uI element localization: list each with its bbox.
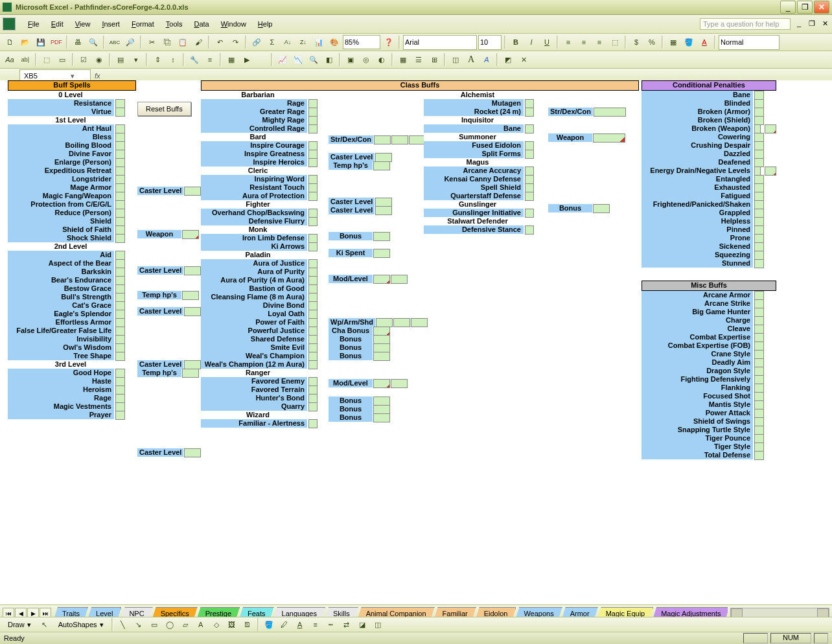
misc-checkbox[interactable]: [754, 409, 764, 418]
misc-checkbox[interactable]: [754, 350, 764, 359]
class-buff-checkbox[interactable]: [308, 419, 318, 428]
buff-checkbox[interactable]: [115, 167, 125, 176]
class-input[interactable]: [373, 249, 390, 258]
maximize-button[interactable]: ❐: [797, 1, 813, 14]
class-buff-checkbox[interactable]: [308, 343, 318, 352]
new-icon[interactable]: 🗋: [3, 35, 17, 49]
class-buff-checkbox[interactable]: [308, 192, 318, 201]
wordart2-icon[interactable]: A: [194, 617, 208, 632]
font-select[interactable]: [403, 35, 477, 50]
misc-checkbox[interactable]: [754, 384, 764, 393]
class-buff-checkbox[interactable]: [308, 209, 318, 218]
class-buff-checkbox[interactable]: [525, 167, 534, 176]
class-buff-checkbox[interactable]: [308, 385, 318, 395]
picture-icon[interactable]: 🖻: [240, 617, 255, 632]
listbox-tool-icon[interactable]: ▤: [113, 52, 128, 67]
rect-icon[interactable]: ▭: [147, 617, 161, 632]
cond-checkbox[interactable]: [754, 124, 761, 133]
chart3-icon[interactable]: 🔍: [306, 52, 321, 67]
dash-icon[interactable]: ┅: [324, 617, 338, 632]
buff-checkbox[interactable]: [115, 310, 125, 319]
misc-checkbox[interactable]: [754, 325, 764, 334]
spell-icon[interactable]: ABC: [108, 35, 122, 49]
class-input[interactable]: [373, 343, 390, 352]
sort-asc-icon[interactable]: A↓: [281, 35, 295, 49]
class-buff-checkbox[interactable]: [308, 242, 318, 251]
buff-checkbox[interactable]: [115, 183, 125, 192]
class-input[interactable]: [393, 318, 410, 327]
menu-insert[interactable]: Insert: [96, 19, 126, 29]
cut-icon[interactable]: ✂: [144, 35, 159, 49]
class-buff-checkbox[interactable]: [308, 293, 318, 302]
pdf-icon[interactable]: PDF: [49, 35, 64, 49]
diagram-icon[interactable]: ◇: [209, 617, 224, 632]
buff-checkbox[interactable]: [115, 293, 125, 302]
align-left-icon[interactable]: ≡: [561, 35, 575, 49]
cond-checkbox[interactable]: [754, 150, 764, 159]
cond-checkbox[interactable]: [754, 242, 764, 251]
side-input[interactable]: [182, 369, 199, 378]
buff-checkbox[interactable]: [115, 158, 125, 167]
misc-checkbox[interactable]: [754, 308, 764, 317]
class-input[interactable]: [411, 318, 428, 327]
sum-icon[interactable]: Σ: [265, 35, 279, 49]
class-buff-checkbox[interactable]: [308, 335, 318, 344]
menu-file[interactable]: File: [22, 19, 45, 29]
class-input[interactable]: [594, 108, 626, 117]
class-buff-checkbox[interactable]: [308, 175, 318, 184]
font-color-icon[interactable]: A: [697, 35, 711, 49]
class-buff-checkbox[interactable]: [308, 318, 318, 327]
buff-checkbox[interactable]: [115, 192, 125, 201]
shadow-icon[interactable]: ◪: [355, 617, 369, 632]
chart4-icon[interactable]: ◧: [322, 52, 336, 67]
groupbox-icon[interactable]: ⬚: [40, 52, 54, 67]
chart2-icon[interactable]: 📉: [291, 52, 305, 67]
buff-checkbox[interactable]: [115, 108, 125, 117]
class-buff-checkbox[interactable]: [308, 99, 318, 108]
toggle-grid-icon[interactable]: ▦: [224, 52, 238, 67]
class-buff-checkbox[interactable]: [525, 99, 534, 108]
class-buff-checkbox[interactable]: [525, 209, 534, 218]
misc-checkbox[interactable]: [754, 443, 764, 452]
italic-icon[interactable]: I: [524, 35, 538, 49]
print-icon[interactable]: 🖶: [71, 35, 85, 49]
buff-checkbox[interactable]: [115, 284, 125, 293]
misc-checkbox[interactable]: [754, 316, 764, 325]
spinner-tool-icon[interactable]: ↕: [166, 52, 180, 67]
class-input[interactable]: [375, 198, 392, 207]
class-buff-checkbox[interactable]: [308, 141, 318, 150]
class-input[interactable]: [593, 204, 610, 213]
misc-checkbox[interactable]: [754, 451, 764, 460]
redo-icon[interactable]: ↷: [228, 35, 242, 49]
side-input[interactable]: [184, 307, 201, 316]
font-color2-icon[interactable]: A: [293, 617, 307, 632]
misc1-icon[interactable]: ▣: [343, 52, 358, 67]
misc6-icon[interactable]: ⊞: [427, 52, 441, 67]
zoom-select[interactable]: [343, 35, 380, 49]
class-buff-checkbox[interactable]: [525, 175, 534, 184]
buff-checkbox[interactable]: [115, 99, 125, 108]
fx-icon[interactable]: fx: [95, 72, 100, 80]
buff-checkbox[interactable]: [115, 343, 125, 352]
buff-checkbox[interactable]: [115, 133, 125, 142]
help-icon[interactable]: ❓: [382, 35, 396, 49]
code-icon[interactable]: ≡: [203, 52, 217, 67]
class-buff-checkbox[interactable]: [308, 377, 318, 386]
textbox-tool-icon[interactable]: ab|: [18, 52, 32, 67]
run-icon[interactable]: ▶: [240, 52, 254, 67]
class-input[interactable]: [375, 153, 392, 162]
open-icon[interactable]: 📂: [18, 35, 32, 49]
side-input[interactable]: [184, 266, 201, 275]
class-buff-checkbox[interactable]: [308, 183, 318, 192]
class-input[interactable]: [373, 352, 390, 361]
buff-checkbox[interactable]: [115, 259, 125, 268]
doc-restore-button[interactable]: ❐: [807, 19, 816, 29]
cond-checkbox[interactable]: [754, 200, 764, 209]
buff-checkbox[interactable]: [115, 234, 125, 243]
menu-edit[interactable]: Edit: [45, 19, 69, 29]
drawing-icon[interactable]: 🎨: [327, 35, 341, 49]
misc-checkbox[interactable]: [754, 367, 764, 376]
class-buff-checkbox[interactable]: [308, 116, 318, 125]
misc-checkbox[interactable]: [754, 358, 764, 367]
class-input[interactable]: [373, 232, 390, 241]
